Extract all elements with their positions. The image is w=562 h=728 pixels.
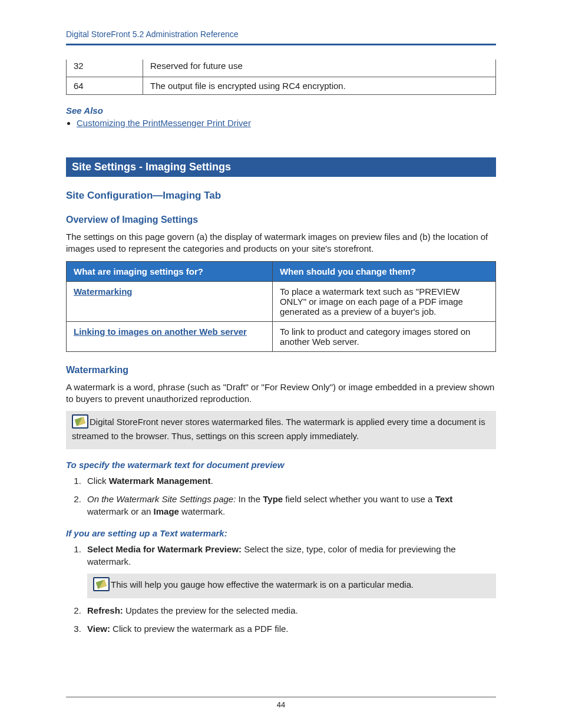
procedure-heading: If you are setting up a Text watermark: bbox=[66, 528, 496, 538]
step-text: field select whether you want to use a bbox=[283, 494, 435, 504]
cell-text: 64 bbox=[67, 77, 143, 95]
table-row: 64 The output file is encrypted using RC… bbox=[67, 77, 496, 95]
step-italic: On the Watermark Site Settings page: bbox=[87, 494, 236, 504]
watermark-paragraph: A watermark is a word, phrase (such as "… bbox=[66, 381, 496, 406]
cell-text: The output file is encrypted using RC4 e… bbox=[143, 77, 496, 95]
list-item: On the Watermark Site Settings page: In … bbox=[84, 493, 496, 518]
step-text: . bbox=[211, 476, 213, 486]
steps-list-text-watermark: Select Media for Watermark Preview: Sele… bbox=[66, 543, 496, 635]
table-row: 32 Reserved for future use bbox=[67, 60, 496, 77]
note-box: This will help you gauge how effective t… bbox=[87, 574, 496, 598]
see-also-heading: See Also bbox=[66, 106, 496, 116]
heading-overview: Overview of Imaging Settings bbox=[66, 215, 496, 225]
step-bold: View: bbox=[87, 624, 110, 634]
procedure-heading: To specify the watermark text for docume… bbox=[66, 460, 496, 470]
list-item: View: Click to preview the watermark as … bbox=[84, 622, 496, 635]
encryption-flags-table: 32 Reserved for future use 64 The output… bbox=[66, 60, 496, 95]
note-text: Digital StoreFront never stores watermar… bbox=[72, 417, 485, 441]
step-bold: Text bbox=[435, 494, 453, 504]
table-header: What are imaging settings for? bbox=[67, 261, 273, 281]
pencil-icon bbox=[93, 577, 110, 591]
cell-text: Reserved for future use bbox=[150, 61, 243, 71]
step-bold: Refresh: bbox=[87, 605, 123, 615]
step-text: watermark. bbox=[179, 506, 225, 516]
step-text: Updates the preview for the selected med… bbox=[123, 605, 298, 615]
list-item: Customizing the PrintMessenger Print Dri… bbox=[77, 118, 496, 128]
list-item: Refresh: Updates the preview for the sel… bbox=[84, 604, 496, 617]
page-number: 44 bbox=[0, 700, 562, 709]
cell-text: To link to product and category images s… bbox=[272, 321, 495, 351]
step-text: In the bbox=[236, 494, 263, 504]
step-text: Click to preview the watermark as a PDF … bbox=[110, 624, 289, 634]
see-also-list: Customizing the PrintMessenger Print Dri… bbox=[77, 118, 496, 128]
page-header-title: Digital StoreFront 5.2 Administration Re… bbox=[66, 29, 496, 39]
step-bold: Type bbox=[263, 494, 283, 504]
cell-text: 32 bbox=[74, 61, 84, 71]
list-item: Select Media for Watermark Preview: Sele… bbox=[84, 543, 496, 598]
footer-divider bbox=[66, 697, 496, 697]
heading-site-config: Site Configuration—Imaging Tab bbox=[66, 190, 496, 202]
table-row: Watermarking To place a watermark text s… bbox=[67, 281, 496, 321]
step-bold: Watermark Management bbox=[109, 476, 211, 486]
table-header: When should you change them? bbox=[272, 261, 495, 281]
step-text: watermark or an bbox=[87, 506, 154, 516]
steps-list: Click Watermark Management. On the Water… bbox=[66, 475, 496, 518]
see-also-link[interactable]: Customizing the PrintMessenger Print Dri… bbox=[77, 118, 251, 128]
header-divider bbox=[66, 44, 496, 45]
pencil-icon bbox=[72, 414, 88, 429]
table-row: Linking to images on another Web server … bbox=[67, 321, 496, 351]
list-item: Click Watermark Management. bbox=[84, 475, 496, 487]
cell-text: To place a watermark text such as "PREVI… bbox=[272, 281, 495, 321]
note-box: Digital StoreFront never stores watermar… bbox=[66, 411, 496, 449]
step-bold: Image bbox=[154, 506, 179, 516]
step-bold: Select Media for Watermark Preview: bbox=[87, 544, 242, 554]
heading-watermarking: Watermarking bbox=[66, 365, 496, 375]
overview-paragraph: The settings on this page govern (a) the… bbox=[66, 231, 496, 255]
watermarking-link[interactable]: Watermarking bbox=[74, 286, 132, 297]
section-banner: Site Settings - Imaging Settings bbox=[66, 157, 496, 177]
step-text: Click bbox=[87, 476, 109, 486]
note-text: This will help you gauge how effective t… bbox=[111, 579, 414, 589]
linking-images-link[interactable]: Linking to images on another Web server bbox=[74, 327, 247, 337]
imaging-settings-table: What are imaging settings for? When shou… bbox=[66, 261, 496, 352]
